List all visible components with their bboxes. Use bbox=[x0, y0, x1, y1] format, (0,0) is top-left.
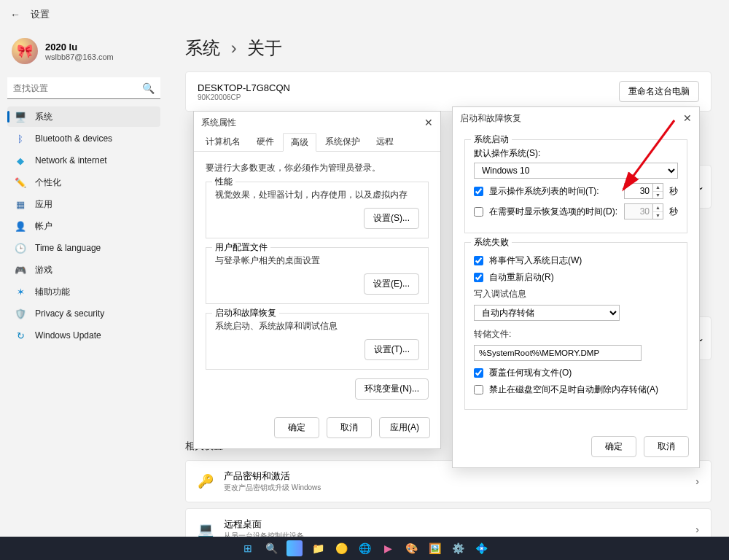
chevron-right-icon: › bbox=[695, 475, 699, 487]
startup-group-label: 系统启动 bbox=[471, 133, 512, 146]
sidebar-item-8[interactable]: ✶辅助功能 bbox=[7, 281, 160, 302]
admin-note: 要进行大多数更改，你必须作为管理员登录。 bbox=[206, 162, 429, 174]
seconds-label: 秒 bbox=[669, 185, 678, 198]
group-settings-button[interactable]: 设置(S)... bbox=[364, 208, 419, 229]
group-desc: 视觉效果，处理器计划，内存使用，以及虚拟内存 bbox=[215, 190, 419, 201]
dialog2-title: 启动和故障恢复 bbox=[460, 112, 521, 125]
nav-icon: ✶ bbox=[15, 287, 26, 298]
user-name: 2020 lu bbox=[45, 42, 114, 52]
card-icon: 🔑 bbox=[198, 473, 214, 489]
show-recovery-options-label: 在需要时显示恢复选项的时间(D): bbox=[489, 206, 618, 218]
search-input[interactable] bbox=[7, 77, 160, 99]
chrome-icon[interactable]: 🟡 bbox=[333, 540, 349, 556]
dialog1-ok-button[interactable]: 确定 bbox=[274, 417, 319, 438]
sidebar-item-9[interactable]: 🛡️Privacy & security bbox=[7, 303, 160, 324]
nav-icon: 🎮 bbox=[15, 265, 26, 276]
nav-icon: 👤 bbox=[15, 221, 26, 232]
sidebar-item-3[interactable]: ✏️个性化 bbox=[7, 172, 160, 192]
dialog1-apply-button[interactable]: 应用(A) bbox=[379, 417, 430, 438]
sidebar-item-5[interactable]: 👤帐户 bbox=[7, 216, 160, 236]
sidebar-item-10[interactable]: ↻Windows Update bbox=[7, 325, 160, 346]
nav-icon: ✏️ bbox=[15, 177, 26, 188]
dialog2-cancel-button[interactable]: 取消 bbox=[644, 436, 689, 457]
sidebar-item-label: 应用 bbox=[35, 198, 52, 211]
photos-icon[interactable]: 🖼️ bbox=[426, 540, 443, 556]
tab-3[interactable]: 系统保护 bbox=[318, 133, 367, 151]
default-os-select[interactable]: Windows 10 bbox=[474, 163, 678, 179]
sidebar-item-label: Time & language bbox=[35, 243, 101, 253]
nav-icon: ▦ bbox=[15, 199, 26, 210]
nav-icon: 🖥️ bbox=[15, 112, 26, 122]
device-serial: 90K20006CP bbox=[198, 93, 290, 101]
write-event-log-checkbox[interactable] bbox=[474, 256, 483, 265]
show-os-list-label: 显示操作系统列表的时间(T): bbox=[489, 185, 618, 198]
card-icon: 💻 bbox=[198, 521, 214, 537]
group-settings-button[interactable]: 设置(T)... bbox=[364, 339, 419, 360]
app-icon[interactable]: 💠 bbox=[473, 540, 489, 556]
dialog2-ok-button[interactable]: 确定 bbox=[591, 436, 636, 457]
rename-pc-button[interactable]: 重命名这台电脑 bbox=[619, 81, 699, 102]
default-os-label: 默认操作系统(S): bbox=[474, 147, 678, 160]
sidebar-item-2[interactable]: ◆Network & internet bbox=[7, 150, 160, 171]
dialog1-cancel-button[interactable]: 取消 bbox=[327, 417, 372, 438]
breadcrumb-root[interactable]: 系统 bbox=[185, 38, 220, 58]
file-explorer-icon[interactable]: 📁 bbox=[310, 540, 326, 556]
sidebar-item-label: 辅助功能 bbox=[35, 286, 70, 298]
sidebar-item-label: 帐户 bbox=[35, 220, 52, 233]
sidebar-item-label: Network & internet bbox=[35, 155, 107, 166]
sidebar-item-label: Privacy & security bbox=[35, 308, 104, 319]
sidebar-item-0[interactable]: 🖥️系统 bbox=[7, 106, 160, 127]
debug-info-select[interactable]: 自动内存转储 bbox=[474, 305, 620, 321]
dialog1-title: 系统属性 bbox=[201, 117, 236, 129]
show-os-list-checkbox[interactable] bbox=[474, 187, 483, 196]
system-properties-dialog: 系统属性 ✕ 计算机名硬件高级系统保护远程 要进行大多数更改，你必须作为管理员登… bbox=[193, 111, 441, 449]
group-settings-button[interactable]: 设置(E)... bbox=[364, 273, 419, 295]
spinner[interactable]: ▲▼ bbox=[653, 183, 663, 199]
show-recovery-options-checkbox[interactable] bbox=[474, 207, 483, 217]
taskbar-search-icon[interactable]: 🔍 bbox=[263, 540, 279, 556]
sidebar-item-7[interactable]: 🎮游戏 bbox=[7, 260, 160, 280]
startup-recovery-dialog: 启动和故障恢复 ✕ 系统启动 默认操作系统(S): Windows 10 显示操… bbox=[452, 106, 700, 468]
auto-restart-checkbox[interactable] bbox=[474, 273, 483, 282]
no-auto-delete-checkbox[interactable] bbox=[474, 385, 483, 394]
tab-4[interactable]: 远程 bbox=[369, 133, 401, 151]
back-button[interactable]: ← bbox=[10, 9, 20, 20]
card-subtitle: 更改产品密钥或升级 Windows bbox=[224, 483, 685, 493]
chevron-right-icon: › bbox=[231, 38, 237, 58]
debug-info-label: 写入调试信息 bbox=[474, 288, 678, 300]
tab-0[interactable]: 计算机名 bbox=[198, 133, 248, 151]
search-box[interactable]: 🔍 bbox=[7, 77, 160, 99]
tab-2[interactable]: 高级 bbox=[283, 133, 316, 152]
settings-icon[interactable]: ⚙️ bbox=[450, 540, 466, 556]
device-card: DESKTOP-L7G8CQN 90K20006CP 重命名这台电脑 bbox=[185, 71, 712, 112]
media-icon[interactable]: ▶ bbox=[380, 540, 396, 556]
start-button[interactable]: ⊞ bbox=[240, 540, 256, 556]
group-label: 用户配置文件 bbox=[212, 241, 270, 254]
task-view-icon[interactable] bbox=[286, 540, 303, 556]
sidebar-item-4[interactable]: ▦应用 bbox=[7, 194, 160, 214]
tab-1[interactable]: 硬件 bbox=[249, 133, 281, 151]
write-event-log-label: 将事件写入系统日志(W) bbox=[489, 254, 678, 267]
group-label: 启动和故障恢复 bbox=[212, 307, 279, 319]
nav-icon: ◆ bbox=[15, 155, 26, 166]
nav-icon: 🛡️ bbox=[15, 308, 26, 319]
failure-group-label: 系统失败 bbox=[471, 236, 512, 249]
search-icon: 🔍 bbox=[142, 82, 155, 94]
sidebar-item-6[interactable]: 🕒Time & language bbox=[7, 238, 160, 258]
user-block[interactable]: 2020 lu wslbb87@163.com bbox=[7, 35, 160, 77]
overwrite-checkbox[interactable] bbox=[474, 368, 483, 378]
close-icon[interactable]: ✕ bbox=[424, 117, 433, 128]
close-icon[interactable]: ✕ bbox=[683, 112, 692, 124]
overwrite-label: 覆盖任何现有文件(O) bbox=[489, 367, 678, 379]
env-vars-button[interactable]: 环境变量(N)... bbox=[355, 378, 429, 400]
sidebar-item-label: Windows Update bbox=[35, 330, 101, 341]
device-name: DESKTOP-L7G8CQN bbox=[198, 82, 290, 93]
seconds-label: 秒 bbox=[669, 206, 678, 218]
browser-icon[interactable]: 🌐 bbox=[356, 540, 373, 556]
nav-icon: ᛒ bbox=[15, 133, 26, 144]
dump-file-input[interactable] bbox=[474, 345, 642, 361]
show-os-list-seconds[interactable] bbox=[624, 183, 653, 199]
sidebar-item-1[interactable]: ᛒBluetooth & devices bbox=[7, 128, 160, 149]
paint-icon[interactable]: 🎨 bbox=[403, 540, 419, 556]
dump-file-label: 转储文件: bbox=[474, 328, 678, 341]
